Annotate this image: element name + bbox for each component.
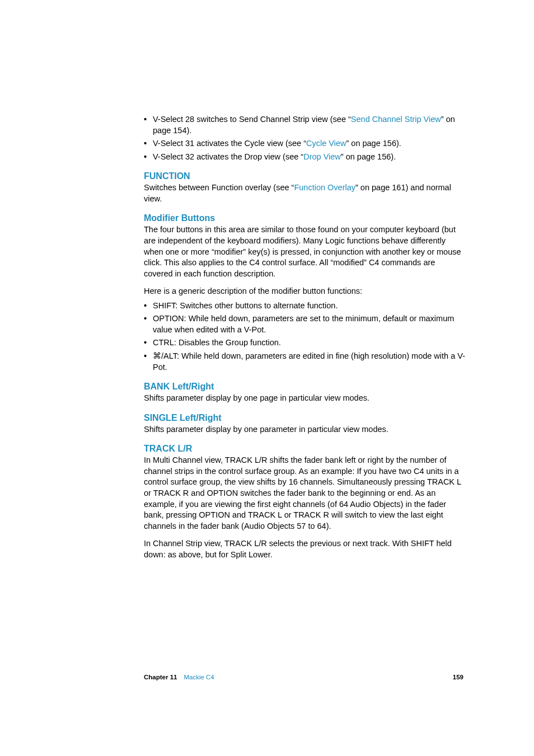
text: ” on page 156). <box>341 152 396 161</box>
text: V-Select 28 switches to Send Channel Str… <box>153 115 351 124</box>
bullet-dot: • <box>144 313 153 335</box>
paragraph: In Multi Channel view, TRACK L/R shifts … <box>144 455 466 532</box>
bullet-text: ⌘/ALT: While held down, parameters are e… <box>153 351 466 373</box>
bullet-text: SHIFT: Switches other buttons to alterna… <box>153 300 466 312</box>
paragraph: Shifts parameter display by one page in … <box>144 393 466 404</box>
paragraph: Switches between Function overlay (see “… <box>144 182 466 204</box>
paragraph: Here is a generic description of the mod… <box>144 286 466 297</box>
footer-chapter: Chapter 11 <box>144 674 177 680</box>
list-item: • CTRL: Disables the Group function. <box>144 337 466 349</box>
list-item: • V-Select 31 activates the Cycle view (… <box>144 138 466 149</box>
heading-modifier-buttons: Modifier Buttons <box>144 213 466 223</box>
text: ” on page 156). <box>346 139 401 148</box>
text: Switches between Function overlay (see “ <box>144 183 294 192</box>
text: V-Select 31 activates the Cycle view (se… <box>153 139 306 148</box>
bullet-dot: • <box>144 138 153 149</box>
bullet-dot: • <box>144 114 153 136</box>
footer-page-number: 159 <box>453 674 466 680</box>
bullet-dot: • <box>144 152 153 163</box>
heading-single: SINGLE Left/Right <box>144 413 466 423</box>
bullet-dot: • <box>144 351 153 373</box>
page-footer: Chapter 11 Mackie C4 159 <box>144 674 466 680</box>
heading-function: FUNCTION <box>144 171 466 181</box>
list-item: • OPTION: While held down, parameters ar… <box>144 313 466 335</box>
link-cycle-view[interactable]: Cycle View <box>306 139 346 148</box>
paragraph: In Channel Strip view, TRACK L/R selects… <box>144 538 466 560</box>
bullet-text: OPTION: While held down, parameters are … <box>153 313 466 335</box>
page: • V-Select 28 switches to Send Channel S… <box>0 0 534 756</box>
link-send-channel-strip-view[interactable]: Send Channel Strip View <box>351 115 441 124</box>
link-function-overlay[interactable]: Function Overlay <box>294 183 355 192</box>
bullet-text: CTRL: Disables the Group function. <box>153 337 466 349</box>
heading-bank: BANK Left/Right <box>144 382 466 392</box>
list-item: • SHIFT: Switches other buttons to alter… <box>144 300 466 312</box>
link-drop-view[interactable]: Drop View <box>303 152 341 161</box>
list-item: • ⌘/ALT: While held down, parameters are… <box>144 351 466 373</box>
list-item: • V-Select 32 activates the Drop view (s… <box>144 152 466 163</box>
heading-track: TRACK L/R <box>144 444 466 454</box>
bullet-dot: • <box>144 337 153 349</box>
footer-title: Mackie C4 <box>184 674 214 680</box>
bullet-dot: • <box>144 300 153 312</box>
paragraph: Shifts parameter display by one paramete… <box>144 424 466 435</box>
paragraph: The four buttons in this area are simila… <box>144 224 466 279</box>
list-item: • V-Select 28 switches to Send Channel S… <box>144 114 466 136</box>
content-column: • V-Select 28 switches to Send Channel S… <box>144 114 466 567</box>
text: V-Select 32 activates the Drop view (see… <box>153 152 303 161</box>
bullet-text: V-Select 31 activates the Cycle view (se… <box>153 138 466 149</box>
bullet-text: V-Select 32 activates the Drop view (see… <box>153 152 466 163</box>
bullet-text: V-Select 28 switches to Send Channel Str… <box>153 114 466 136</box>
